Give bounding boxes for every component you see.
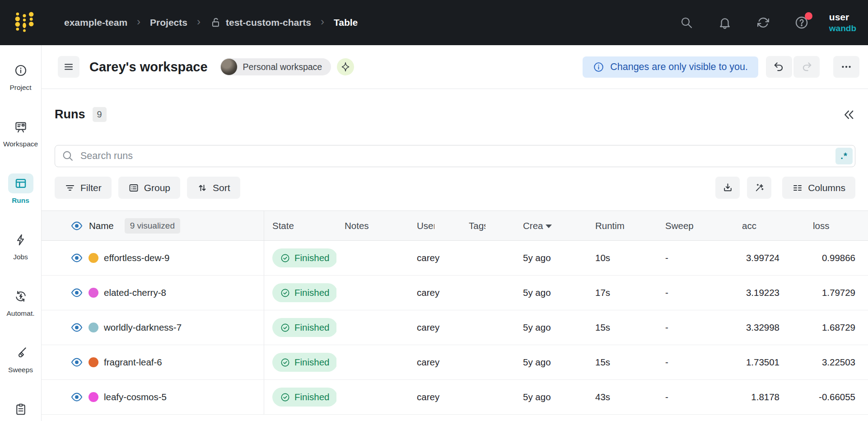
magic-wand-button[interactable] bbox=[747, 177, 771, 199]
column-header-created[interactable]: Created bbox=[515, 211, 587, 240]
user-menu[interactable]: user wandb bbox=[829, 11, 856, 34]
runtime-cell: 15s bbox=[587, 310, 657, 345]
created-cell: 5y ago bbox=[515, 345, 587, 379]
more-options-button[interactable] bbox=[833, 56, 859, 78]
sweep-cell: - bbox=[657, 310, 729, 345]
run-name-link[interactable]: effortless-dew-9 bbox=[104, 253, 169, 263]
undo-icon bbox=[773, 61, 785, 73]
column-header-sweep[interactable]: Sweep bbox=[657, 211, 729, 240]
state-badge: Finished bbox=[272, 248, 336, 267]
visibility-eye-icon[interactable] bbox=[70, 220, 83, 232]
breadcrumb-projects[interactable]: Projects bbox=[150, 17, 187, 28]
table-icon bbox=[8, 173, 33, 193]
undo-redo-group bbox=[766, 56, 820, 78]
sidebar-item-jobs[interactable]: Jobs bbox=[8, 230, 33, 261]
search-runs-input[interactable] bbox=[55, 145, 855, 167]
breadcrumb-current-tab[interactable]: Table bbox=[334, 17, 358, 28]
sidebar-item-sweeps[interactable]: Sweeps bbox=[8, 343, 33, 374]
workspace-menu-button[interactable] bbox=[58, 56, 79, 78]
column-header-tags[interactable]: Tags bbox=[461, 211, 515, 240]
search-icon[interactable] bbox=[679, 15, 694, 30]
table-row[interactable]: leafy-cosmos-5 Finished carey 5y ago 43s… bbox=[42, 380, 868, 415]
column-header-loss[interactable]: loss bbox=[795, 211, 868, 240]
user-cell: carey bbox=[409, 276, 461, 310]
regex-toggle-button[interactable]: .* bbox=[835, 148, 853, 164]
sort-icon bbox=[197, 182, 208, 193]
created-cell: 5y ago bbox=[515, 310, 587, 345]
breadcrumb-separator: › bbox=[197, 16, 201, 27]
broom-icon bbox=[8, 343, 33, 363]
user-cell: carey bbox=[409, 345, 461, 379]
sort-button[interactable]: Sort bbox=[187, 177, 240, 199]
loss-cell: 1.68729 bbox=[795, 310, 868, 345]
visibility-notice[interactable]: Changes are only visible to you. bbox=[583, 56, 758, 78]
refresh-icon[interactable] bbox=[756, 15, 770, 30]
wandb-logo[interactable] bbox=[14, 10, 36, 35]
breadcrumb-team[interactable]: example-team bbox=[64, 17, 127, 28]
sparkle-button[interactable] bbox=[337, 58, 354, 75]
org-name: wandb bbox=[829, 23, 856, 34]
sidebar-item-reports[interactable]: Reports bbox=[8, 399, 33, 421]
tags-cell bbox=[461, 276, 515, 310]
column-header-user[interactable]: User bbox=[409, 211, 461, 240]
loss-cell: 1.79729 bbox=[795, 276, 868, 310]
toolbar-right-group: Columns bbox=[715, 177, 855, 199]
state-cell: Finished bbox=[264, 241, 336, 275]
collapse-panel-button[interactable] bbox=[843, 108, 855, 121]
state-cell: Finished bbox=[264, 276, 336, 310]
column-header-acc[interactable]: acc bbox=[729, 211, 795, 240]
runtime-cell: 43s bbox=[587, 380, 657, 414]
run-name-link[interactable]: worldly-darkness-7 bbox=[104, 322, 182, 333]
visibility-eye-icon[interactable] bbox=[70, 286, 83, 299]
notes-cell bbox=[336, 380, 409, 414]
visualized-badge: 9 visualized bbox=[125, 218, 180, 234]
state-cell: Finished bbox=[264, 380, 336, 414]
help-icon[interactable] bbox=[794, 15, 809, 30]
automation-icon bbox=[8, 286, 33, 306]
undo-button[interactable] bbox=[766, 56, 792, 78]
runtime-cell: 15s bbox=[587, 345, 657, 379]
table-row[interactable]: worldly-darkness-7 Finished carey 5y ago… bbox=[42, 310, 868, 345]
runs-toolbar: Filter Group Sort bbox=[55, 177, 855, 199]
redo-button[interactable] bbox=[793, 56, 820, 78]
visibility-eye-icon[interactable] bbox=[70, 321, 83, 334]
workspace-header: Carey's workspace Personal workspace Cha… bbox=[42, 45, 868, 89]
table-row[interactable]: elated-cherry-8 Finished carey 5y ago 17… bbox=[42, 276, 868, 310]
acc-cell: 3.32998 bbox=[729, 310, 795, 345]
column-header-state[interactable]: State bbox=[264, 211, 336, 240]
breadcrumb-project[interactable]: test-custom-charts bbox=[210, 17, 311, 28]
sidebar-item-project[interactable]: Project bbox=[8, 61, 33, 92]
column-header-runtime[interactable]: Runtime bbox=[587, 211, 657, 240]
check-circle-icon bbox=[280, 253, 290, 263]
run-name-link[interactable]: leafy-cosmos-5 bbox=[104, 392, 167, 402]
columns-button[interactable]: Columns bbox=[782, 177, 855, 199]
run-name-link[interactable]: elated-cherry-8 bbox=[104, 287, 166, 298]
sidebar-item-runs[interactable]: Runs bbox=[8, 173, 33, 205]
run-color-dot bbox=[89, 357, 98, 367]
created-cell: 5y ago bbox=[515, 241, 587, 275]
workspace-badge-wrap[interactable]: Personal workspace bbox=[220, 58, 331, 75]
run-color-dot bbox=[89, 323, 98, 332]
visibility-eye-icon[interactable] bbox=[70, 391, 83, 403]
visibility-notice-text: Changes are only visible to you. bbox=[610, 61, 748, 73]
export-button[interactable] bbox=[715, 177, 740, 199]
notes-cell bbox=[336, 310, 409, 345]
sidebar-item-automations[interactable]: Automat. bbox=[6, 286, 34, 318]
run-name-link[interactable]: fragrant-leaf-6 bbox=[104, 357, 162, 368]
visibility-eye-icon[interactable] bbox=[70, 356, 83, 369]
created-cell: 5y ago bbox=[515, 380, 587, 414]
table-row[interactable]: fragrant-leaf-6 Finished carey 5y ago 15… bbox=[42, 345, 868, 380]
group-button[interactable]: Group bbox=[118, 177, 180, 199]
sweep-cell: - bbox=[657, 345, 729, 379]
column-header-notes[interactable]: Notes bbox=[336, 211, 409, 240]
table-row[interactable]: effortless-dew-9 Finished carey 5y ago 1… bbox=[42, 241, 868, 276]
double-chevron-left-icon bbox=[843, 108, 855, 121]
filter-button[interactable]: Filter bbox=[55, 177, 112, 199]
bell-icon[interactable] bbox=[718, 15, 732, 30]
acc-cell: 3.19223 bbox=[729, 276, 795, 310]
visibility-eye-icon[interactable] bbox=[70, 252, 83, 264]
table-body: effortless-dew-9 Finished carey 5y ago 1… bbox=[42, 241, 868, 415]
sparkle-icon bbox=[340, 61, 351, 72]
sidebar-item-workspace[interactable]: Workspace bbox=[3, 117, 38, 148]
column-header-name[interactable]: Name 9 visualized bbox=[42, 211, 264, 240]
